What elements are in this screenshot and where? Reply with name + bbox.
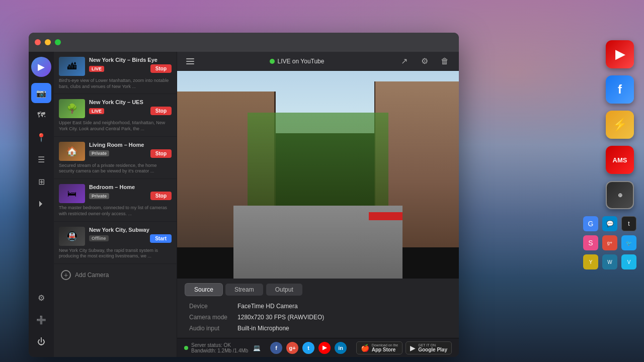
plus-icon: ➕ [36, 315, 46, 325]
camera-list-panel: 🏙 New York City – Birds Eye LIVE Stop Bi… [54, 52, 177, 357]
sidebar-item-settings[interactable]: ⚙ [31, 288, 51, 308]
audio-input-value: Built-in Microphone [237, 325, 447, 332]
social-icon-gp[interactable]: g+ [286, 342, 298, 354]
delete-button[interactable]: 🗑 [438, 54, 452, 68]
close-button[interactable] [35, 39, 41, 45]
action-btn-bedroom[interactable]: Stop [150, 192, 172, 200]
s5-desktop-icon[interactable]: ⊕ [606, 181, 634, 209]
add-camera-button[interactable]: + Add Camera [54, 264, 177, 286]
sidebar-item-player[interactable]: ⏵ [31, 194, 51, 214]
settings-icon: ⚙ [38, 293, 45, 303]
sidebar-item-maps[interactable]: 🗺 [31, 105, 51, 125]
social-icon-li[interactable]: in [335, 342, 347, 354]
menu-icon[interactable] [184, 56, 196, 66]
store-badges: 🍎 Download on the App Store ▶ GET IT ON … [356, 341, 452, 354]
action-btn-living-room[interactable]: Stop [150, 149, 172, 158]
sidebar-item-cameras[interactable]: 📷 [31, 83, 51, 103]
tumblr-mini-icon[interactable]: t [621, 216, 636, 231]
chat-mini-icon[interactable]: 💬 [602, 216, 617, 231]
sidebar-item-location[interactable]: 📍 [31, 127, 51, 147]
status-badge-bedroom: Private [89, 193, 109, 199]
play-icon: ▶ [410, 344, 416, 352]
social-icon-yt[interactable]: ▶ [318, 342, 331, 354]
bolt-desktop-icon[interactable]: ⚡ [606, 111, 634, 139]
google-play-badge[interactable]: ▶ GET IT ON Google Play [406, 341, 452, 354]
add-camera-label: Add Camera [75, 272, 109, 279]
camera-status-row-bedroom: Private Stop [89, 192, 172, 200]
app-store-badge[interactable]: 🍎 Download on the App Store [356, 341, 403, 354]
camera-item-bedroom[interactable]: 🛏 Bedroom – Home Private Stop The master… [54, 179, 177, 221]
desktop-icon-dock: ▶ f ⚡ AMS ⊕ [606, 40, 634, 209]
yahoo-mini-icon[interactable]: Y [583, 254, 598, 269]
thumbnail-icon-ues: 🌳 [59, 99, 85, 118]
tab-output[interactable]: Output [266, 284, 302, 296]
google-mini-icon[interactable]: G [583, 216, 598, 231]
source-tabs: SourceStreamOutput [185, 284, 451, 296]
window-controls [35, 39, 61, 45]
action-btn-ues[interactable]: Stop [150, 107, 172, 115]
facebook-desktop-icon[interactable]: f [606, 75, 634, 104]
maximize-button[interactable] [55, 39, 61, 45]
share-button[interactable]: ↗ [397, 54, 412, 68]
sidebar-item-plus[interactable]: ➕ [31, 310, 51, 330]
player-icon: ⏵ [37, 199, 45, 208]
google-play-text: GET IT ON Google Play [418, 343, 447, 352]
app-store-text: Download on the App Store [372, 343, 398, 352]
server-status: Server status: OK Bandwidth: 1.2Mb /1.4M… [184, 342, 261, 353]
server-info-icon: 💻 [253, 344, 261, 351]
social-s-mini-icon[interactable]: S [583, 235, 598, 250]
youtube-desktop-icon[interactable]: ▶ [606, 40, 634, 68]
live-indicator: LIVE on YouTube [270, 58, 325, 65]
main-content-area: LIVE on YouTube ↗ ⚙ 🗑 [177, 52, 459, 357]
tab-stream[interactable]: Stream [225, 284, 263, 296]
camera-name-bedroom: Bedroom – Home [89, 184, 172, 190]
mini-icon-cluster: G 💬 t S g+ 🐦 Y W V [583, 216, 636, 269]
camera-item-birds-eye[interactable]: 🏙 New York City – Birds Eye LIVE Stop Bi… [54, 52, 177, 94]
camera-item-living-room[interactable]: 🏠 Living Room – Home Private Stop Secure… [54, 137, 177, 179]
status-bar: Server status: OK Bandwidth: 1.2Mb /1.4M… [177, 338, 459, 357]
action-btn-subway[interactable]: Start [150, 234, 172, 243]
action-btn-birds-eye[interactable]: Stop [150, 64, 172, 73]
apple-icon: 🍎 [361, 344, 369, 352]
vimeo-mini-icon[interactable]: V [621, 254, 636, 269]
camera-desc-ues: Upper East Side and neighborhood, Manhat… [59, 120, 172, 132]
sidebar-item-grid[interactable]: ⊞ [31, 171, 51, 192]
camera-info-living-room: Living Room – Home Private Stop [89, 142, 172, 158]
ams-desktop-icon[interactable]: AMS [606, 146, 634, 174]
twitter-mini-icon[interactable]: 🐦 [621, 235, 636, 250]
mini-row-3: Y W V [583, 254, 636, 269]
camera-status-row-subway: Offline Start [89, 234, 172, 243]
thumbnail-icon-birds-eye: 🏙 [59, 57, 85, 76]
camera-mode-value: 644x362 30 FPS (RAWVIDEO) [237, 314, 447, 321]
gear-icon: ⚙ [421, 56, 428, 66]
settings-button[interactable]: ⚙ [418, 54, 432, 68]
googleplus-mini-icon[interactable]: g+ [602, 235, 617, 250]
device-value: FaceTime HD Camera [237, 303, 447, 310]
menu-line-3 [186, 63, 194, 64]
camera-desc-birds-eye: Bird's-eye view of Lower Manhattan, zoom… [59, 78, 172, 89]
tab-source[interactable]: Source [185, 284, 222, 296]
camera-name-ues: New York City – UES [89, 99, 172, 105]
device-label: Device [189, 303, 227, 310]
location-icon: 📍 [36, 133, 46, 142]
social-icon-fb[interactable]: f [270, 342, 282, 354]
app-logo[interactable]: ▶ [31, 57, 51, 77]
camera-name-living-room: Living Room – Home [89, 142, 172, 148]
wordpress-mini-icon[interactable]: W [602, 254, 617, 269]
sidebar-item-power[interactable]: ⏻ [31, 332, 51, 352]
sidebar-item-list[interactable]: ☰ [31, 149, 51, 169]
minimize-button[interactable] [45, 39, 51, 45]
camera-thumbnail-birds-eye: 🏙 [59, 57, 85, 76]
camera-info-bedroom: Bedroom – Home Private Stop [89, 184, 172, 200]
add-circle-icon: + [61, 270, 71, 280]
source-details-grid: Device FaceTime HD Camera Camera mode 12… [185, 303, 451, 332]
camera-item-subway[interactable]: 🚇 New York City, Subway Offline Start Ne… [54, 222, 177, 264]
camera-icon: 📷 [36, 88, 46, 98]
social-icon-tw[interactable]: t [302, 342, 314, 354]
camera-status-row-birds-eye: LIVE Stop [89, 64, 172, 73]
camera-item-ues[interactable]: 🌳 New York City – UES LIVE Stop Upper Ea… [54, 94, 177, 136]
list-icon: ☰ [38, 155, 45, 164]
status-badge-subway: Offline [89, 235, 109, 241]
get-it-on-label: GET IT ON [418, 343, 447, 347]
live-status-text: LIVE on YouTube [278, 58, 325, 65]
